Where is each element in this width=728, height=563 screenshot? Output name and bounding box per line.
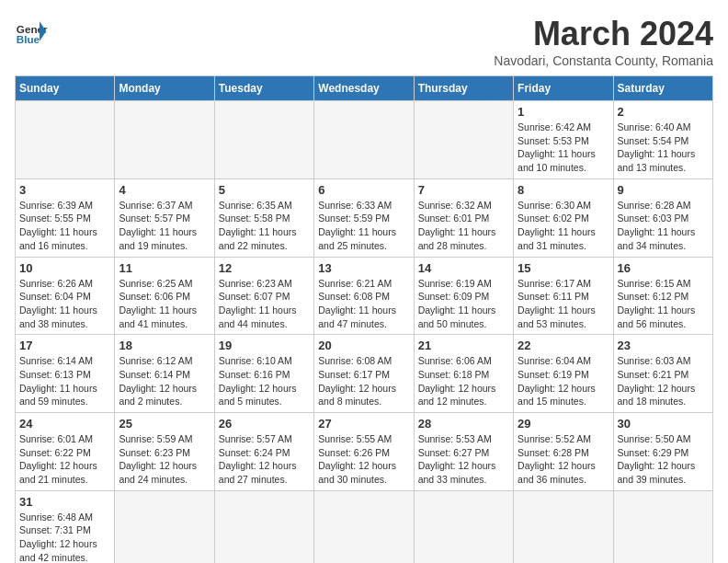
weekday-header-thursday: Thursday xyxy=(414,76,513,101)
day-number: 26 xyxy=(219,417,310,431)
calendar-cell xyxy=(314,101,414,179)
weekday-header-monday: Monday xyxy=(115,76,214,101)
day-number: 4 xyxy=(119,183,210,197)
calendar-cell xyxy=(115,490,214,563)
day-info: Sunrise: 5:50 AMSunset: 6:29 PMDaylight:… xyxy=(618,432,709,487)
calendar-cell: 2Sunrise: 6:40 AMSunset: 5:54 PMDaylight… xyxy=(613,101,712,179)
weekday-header-row: SundayMondayTuesdayWednesdayThursdayFrid… xyxy=(16,76,713,101)
calendar-cell xyxy=(514,490,613,563)
svg-text:Blue: Blue xyxy=(17,33,40,45)
day-number: 25 xyxy=(119,417,210,431)
day-number: 11 xyxy=(119,261,210,275)
month-title: March 2024 xyxy=(494,15,713,53)
day-number: 8 xyxy=(518,183,609,197)
calendar-cell xyxy=(314,490,414,563)
subtitle: Navodari, Constanta County, Romania xyxy=(494,53,713,68)
day-number: 14 xyxy=(418,261,509,275)
day-info: Sunrise: 6:30 AMSunset: 6:02 PMDaylight:… xyxy=(518,199,609,253)
day-number: 17 xyxy=(19,339,110,352)
day-info: Sunrise: 6:03 AMSunset: 6:21 PMDaylight:… xyxy=(618,354,709,408)
weekday-header-wednesday: Wednesday xyxy=(314,76,414,101)
calendar-cell: 15Sunrise: 6:17 AMSunset: 6:11 PMDayligh… xyxy=(514,257,613,335)
day-number: 1 xyxy=(518,105,609,119)
day-info: Sunrise: 6:04 AMSunset: 6:19 PMDaylight:… xyxy=(518,354,609,408)
day-info: Sunrise: 6:19 AMSunset: 6:09 PMDaylight:… xyxy=(418,277,509,331)
calendar-cell: 13Sunrise: 6:21 AMSunset: 6:08 PMDayligh… xyxy=(314,257,414,335)
weekday-header-tuesday: Tuesday xyxy=(214,76,313,101)
day-info: Sunrise: 6:48 AMSunset: 7:31 PMDaylight:… xyxy=(19,511,110,563)
calendar-week-row: 10Sunrise: 6:26 AMSunset: 6:04 PMDayligh… xyxy=(16,257,713,335)
day-number: 18 xyxy=(119,339,210,352)
day-info: Sunrise: 6:21 AMSunset: 6:08 PMDaylight:… xyxy=(318,277,409,331)
calendar-cell xyxy=(613,490,712,563)
day-info: Sunrise: 5:55 AMSunset: 6:26 PMDaylight:… xyxy=(318,432,409,487)
calendar-week-row: 31Sunrise: 6:48 AMSunset: 7:31 PMDayligh… xyxy=(16,490,713,563)
calendar-cell: 6Sunrise: 6:33 AMSunset: 5:59 PMDaylight… xyxy=(314,178,414,257)
day-number: 21 xyxy=(418,339,509,352)
day-info: Sunrise: 6:25 AMSunset: 6:06 PMDaylight:… xyxy=(119,277,210,331)
day-number: 27 xyxy=(318,417,409,431)
calendar-table: SundayMondayTuesdayWednesdayThursdayFrid… xyxy=(15,75,713,563)
day-info: Sunrise: 6:15 AMSunset: 6:12 PMDaylight:… xyxy=(618,277,709,331)
calendar-cell: 11Sunrise: 6:25 AMSunset: 6:06 PMDayligh… xyxy=(115,257,214,335)
day-number: 13 xyxy=(318,261,409,275)
day-info: Sunrise: 6:39 AMSunset: 5:55 PMDaylight:… xyxy=(19,199,110,253)
day-info: Sunrise: 6:08 AMSunset: 6:17 PMDaylight:… xyxy=(318,354,409,408)
day-info: Sunrise: 6:10 AMSunset: 6:16 PMDaylight:… xyxy=(219,354,310,408)
calendar-cell: 28Sunrise: 5:53 AMSunset: 6:27 PMDayligh… xyxy=(414,413,513,491)
calendar-cell: 21Sunrise: 6:06 AMSunset: 6:18 PMDayligh… xyxy=(414,335,513,413)
calendar-cell: 25Sunrise: 5:59 AMSunset: 6:23 PMDayligh… xyxy=(115,413,214,491)
calendar-cell: 30Sunrise: 5:50 AMSunset: 6:29 PMDayligh… xyxy=(613,413,712,491)
day-info: Sunrise: 6:40 AMSunset: 5:54 PMDaylight:… xyxy=(618,121,709,175)
calendar-cell: 3Sunrise: 6:39 AMSunset: 5:55 PMDaylight… xyxy=(16,178,115,257)
header: General Blue March 2024 Navodari, Consta… xyxy=(15,15,713,68)
calendar-cell: 31Sunrise: 6:48 AMSunset: 7:31 PMDayligh… xyxy=(16,490,115,563)
logo-icon: General Blue xyxy=(15,15,48,48)
day-number: 5 xyxy=(219,183,310,197)
title-area: March 2024 Navodari, Constanta County, R… xyxy=(494,15,713,68)
day-number: 23 xyxy=(618,339,709,352)
day-number: 20 xyxy=(318,339,409,352)
calendar-cell: 29Sunrise: 5:52 AMSunset: 6:28 PMDayligh… xyxy=(514,413,613,491)
weekday-header-sunday: Sunday xyxy=(16,76,115,101)
calendar-cell: 7Sunrise: 6:32 AMSunset: 6:01 PMDaylight… xyxy=(414,178,513,257)
day-number: 6 xyxy=(318,183,409,197)
calendar-week-row: 3Sunrise: 6:39 AMSunset: 5:55 PMDaylight… xyxy=(16,178,713,257)
day-info: Sunrise: 6:06 AMSunset: 6:18 PMDaylight:… xyxy=(418,354,509,408)
logo: General Blue xyxy=(15,15,48,48)
day-number: 9 xyxy=(618,183,709,197)
calendar-cell: 4Sunrise: 6:37 AMSunset: 5:57 PMDaylight… xyxy=(115,178,214,257)
day-info: Sunrise: 6:35 AMSunset: 5:58 PMDaylight:… xyxy=(219,199,310,253)
calendar-cell: 1Sunrise: 6:42 AMSunset: 5:53 PMDaylight… xyxy=(514,101,613,179)
calendar-cell: 16Sunrise: 6:15 AMSunset: 6:12 PMDayligh… xyxy=(613,257,712,335)
calendar-week-row: 17Sunrise: 6:14 AMSunset: 6:13 PMDayligh… xyxy=(16,335,713,413)
day-info: Sunrise: 6:26 AMSunset: 6:04 PMDaylight:… xyxy=(19,277,110,331)
day-info: Sunrise: 5:52 AMSunset: 6:28 PMDaylight:… xyxy=(518,432,609,487)
day-info: Sunrise: 6:12 AMSunset: 6:14 PMDaylight:… xyxy=(119,354,210,408)
calendar-cell: 14Sunrise: 6:19 AMSunset: 6:09 PMDayligh… xyxy=(414,257,513,335)
calendar-cell: 22Sunrise: 6:04 AMSunset: 6:19 PMDayligh… xyxy=(514,335,613,413)
day-number: 10 xyxy=(19,261,110,275)
calendar-cell xyxy=(214,490,313,563)
day-number: 16 xyxy=(618,261,709,275)
day-info: Sunrise: 6:01 AMSunset: 6:22 PMDaylight:… xyxy=(19,432,110,487)
calendar-cell: 9Sunrise: 6:28 AMSunset: 6:03 PMDaylight… xyxy=(613,178,712,257)
weekday-header-saturday: Saturday xyxy=(613,76,712,101)
calendar-body: 1Sunrise: 6:42 AMSunset: 5:53 PMDaylight… xyxy=(16,101,713,564)
calendar-cell: 23Sunrise: 6:03 AMSunset: 6:21 PMDayligh… xyxy=(613,335,712,413)
calendar-cell: 24Sunrise: 6:01 AMSunset: 6:22 PMDayligh… xyxy=(16,413,115,491)
calendar-cell: 8Sunrise: 6:30 AMSunset: 6:02 PMDaylight… xyxy=(514,178,613,257)
day-number: 3 xyxy=(19,183,110,197)
day-number: 30 xyxy=(618,417,709,431)
day-info: Sunrise: 6:42 AMSunset: 5:53 PMDaylight:… xyxy=(518,121,609,175)
day-number: 31 xyxy=(19,495,110,509)
calendar-cell xyxy=(16,101,115,179)
day-info: Sunrise: 5:53 AMSunset: 6:27 PMDaylight:… xyxy=(418,432,509,487)
calendar-cell xyxy=(414,101,513,179)
calendar-cell xyxy=(115,101,214,179)
calendar-header: SundayMondayTuesdayWednesdayThursdayFrid… xyxy=(16,76,713,101)
day-number: 24 xyxy=(19,417,110,431)
day-info: Sunrise: 5:59 AMSunset: 6:23 PMDaylight:… xyxy=(119,432,210,487)
day-number: 15 xyxy=(518,261,609,275)
day-info: Sunrise: 6:37 AMSunset: 5:57 PMDaylight:… xyxy=(119,199,210,253)
